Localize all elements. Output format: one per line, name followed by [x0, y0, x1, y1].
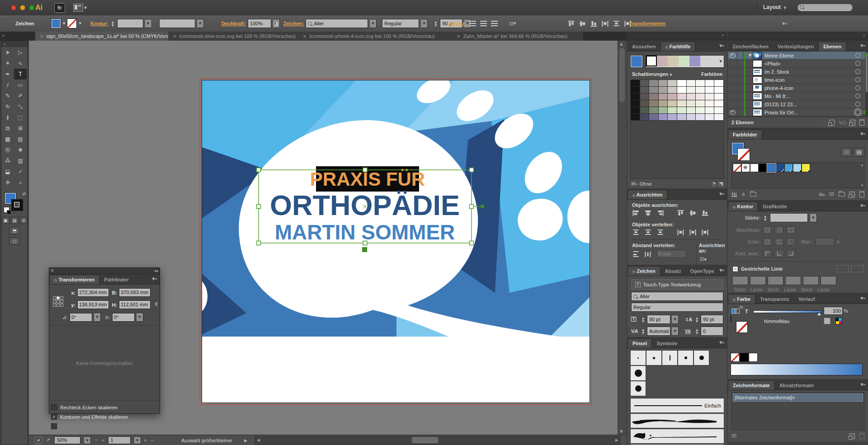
toolbar-collapse-icon[interactable]: « [1, 41, 28, 47]
tab-zeichenformate[interactable]: Zeichenformate [728, 380, 775, 390]
scroll-right-icon[interactable]: ▶ [615, 438, 618, 442]
farbe-fill-swatch[interactable] [731, 315, 731, 322]
list-view-button[interactable] [841, 148, 852, 157]
color-profile-icon[interactable]: ⇄ [34, 437, 43, 444]
visibility-toggle[interactable] [728, 100, 737, 108]
tab-zeichenflaechen[interactable]: Zeichenflächen [728, 42, 773, 51]
cb-distribute-left[interactable] [601, 20, 609, 27]
shade-cell[interactable] [696, 87, 705, 94]
shade-cell[interactable] [714, 94, 724, 100]
lock-toggle[interactable] [737, 117, 744, 117]
calligraphic-brush-1[interactable] [630, 350, 646, 365]
limit-colors-icon[interactable]: ⊞▾ [631, 181, 637, 187]
arrange-documents-caret[interactable]: ▼ [84, 6, 87, 10]
align-horizontal-center[interactable] [644, 210, 652, 216]
document-tab-3[interactable]: ✕iconmonstr-phone-4-icon.svg bei 100 % (… [298, 32, 453, 41]
shade-cell[interactable] [687, 114, 696, 121]
tab-opentype-panel[interactable]: OpenType [686, 267, 719, 276]
target-circle[interactable] [855, 85, 860, 90]
target-circle[interactable] [855, 53, 860, 58]
farbe-flyout-icon[interactable]: ▼≡ [860, 296, 865, 300]
black-chip[interactable] [740, 353, 749, 362]
horizontal-scroll-thumb[interactable] [412, 437, 438, 443]
shade-cell[interactable] [649, 100, 659, 107]
calligraphic-brush-5[interactable] [693, 350, 709, 365]
perspective-grid-tool[interactable]: ⊞ [14, 123, 27, 134]
new-color-group-icon[interactable] [839, 192, 845, 197]
arrange-documents-icon[interactable] [73, 4, 83, 12]
cap-round-button[interactable] [774, 226, 784, 234]
lock-toggle[interactable] [737, 68, 744, 75]
shade-cell[interactable] [649, 114, 659, 121]
swatch-reg[interactable] [741, 164, 750, 172]
shade-cell[interactable] [631, 107, 640, 114]
font-style-dropdown[interactable]: Regular [382, 19, 419, 28]
leading-field[interactable]: 90 pt [701, 315, 723, 324]
shade-cell[interactable] [714, 80, 724, 87]
farbe-stroke-swatch[interactable] [736, 321, 748, 333]
tab-zeichen-panel[interactable]: ◇ Zeichen [627, 266, 660, 276]
document-tab-4[interactable]: ✕Zahn_Master.ai* bei 364,66 % (RGB/Vorsc… [452, 32, 584, 41]
shade-cell[interactable] [677, 114, 687, 121]
zeichen-flyout-icon[interactable]: ▼≡ [719, 268, 724, 272]
tab-transparenz[interactable]: Transparenz [755, 295, 794, 304]
dash-field-2[interactable] [768, 276, 783, 285]
fill-color-swatch[interactable] [51, 19, 61, 28]
paragraph-panel-link[interactable]: Absatz: [448, 21, 467, 26]
shade-grid[interactable] [630, 80, 724, 179]
layer-row-7[interactable]: (0123) 12 23... [728, 100, 868, 108]
shade-cell[interactable] [659, 94, 668, 100]
layer-row-1[interactable]: ▼Meine Ebene [728, 52, 868, 60]
hand-tool[interactable]: ✣ [1, 177, 14, 188]
distribute-right[interactable] [701, 229, 709, 236]
visibility-toggle[interactable] [728, 52, 737, 59]
expand-icon[interactable]: ▼ [747, 53, 753, 57]
tab-transformieren[interactable]: ◇ Transformieren [49, 275, 99, 284]
swatch-#1f4e8c[interactable] [776, 164, 784, 172]
swatch-#ffffff[interactable] [750, 164, 759, 172]
blend-tool[interactable]: ❃ [14, 145, 27, 155]
shade-cell[interactable] [668, 100, 677, 107]
shade-cell[interactable] [668, 107, 677, 114]
pen-tool[interactable]: ✒ [1, 69, 14, 80]
join-bevel-button[interactable] [786, 238, 796, 246]
layers-scrollbar[interactable] [865, 52, 868, 117]
close-tab-icon[interactable]: ✕ [457, 34, 460, 39]
kerning-field[interactable]: Automati [647, 327, 670, 336]
lock-toggle[interactable] [737, 84, 744, 92]
tint-slider-handle[interactable] [817, 313, 821, 315]
distribute-spacing-field[interactable]: 0 mm [656, 250, 686, 258]
farbfelder-stroke-swatch[interactable] [737, 148, 750, 161]
layer-row-3[interactable]: im 2. Stock [728, 68, 868, 76]
shade-cell[interactable] [677, 100, 687, 107]
height-field[interactable]: 112,501 mm [119, 300, 151, 309]
visibility-toggle[interactable] [728, 84, 737, 92]
artboard-tool[interactable]: ⬓ [1, 166, 14, 177]
ebenen-flyout-icon[interactable]: ▼≡ [860, 44, 865, 48]
document-tab-2[interactable]: ✕iconmonstr-time-icon.svg bei 100 % (RGB… [168, 32, 299, 41]
visibility-toggle[interactable] [728, 60, 737, 67]
shade-cell[interactable] [696, 80, 705, 87]
shade-cell[interactable] [705, 100, 715, 107]
show-swatch-kinds-icon[interactable]: ⊞▾ [819, 192, 825, 197]
draw-mode-button[interactable]: ⬒ [9, 227, 20, 234]
layer-row-2[interactable]: <Pfad> [728, 60, 868, 68]
rotate-angle-field[interactable]: 0° [70, 313, 92, 322]
brush-definition-dropdown[interactable] [159, 19, 195, 28]
gap-field-2[interactable] [785, 276, 801, 285]
visibility-toggle[interactable] [728, 68, 737, 75]
gap-field-3[interactable] [821, 276, 836, 285]
calligraphic-brush-6[interactable] [630, 365, 646, 381]
shade-cell[interactable] [705, 114, 715, 121]
make-clipping-mask-icon[interactable] [829, 120, 835, 126]
constrain-proportions-icon[interactable]: ∞ [153, 302, 160, 306]
tab-absatz-panel[interactable]: Absatz [660, 267, 686, 276]
align-pixel-grid-checkbox[interactable]: An Pixelraster ausrichten [51, 423, 158, 429]
tint-grid-icon[interactable] [824, 318, 830, 324]
shade-cell[interactable] [705, 94, 715, 100]
target-circle[interactable] [855, 94, 860, 98]
align-stroke-inside-button[interactable] [774, 249, 784, 258]
style-options-icon[interactable] [731, 434, 736, 438]
align-vertical-bottom[interactable] [701, 210, 709, 216]
swatch-scroll-up-icon[interactable]: ▲ [861, 163, 863, 167]
